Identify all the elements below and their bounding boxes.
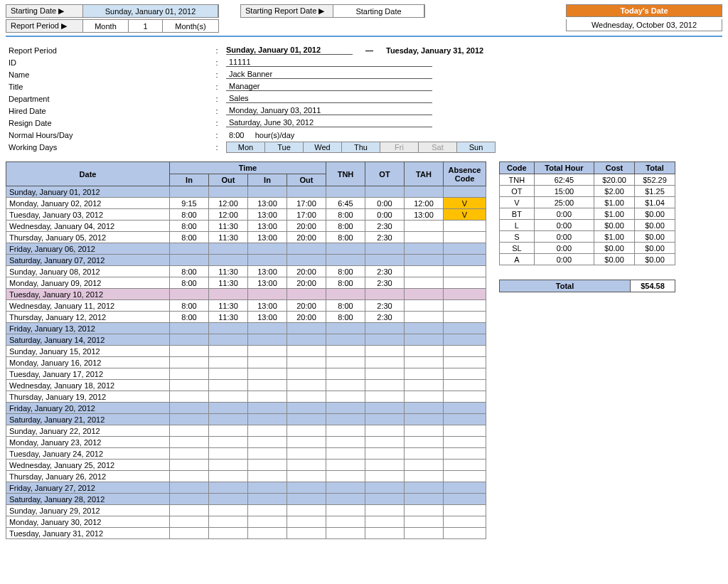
date-cell[interactable]: Sunday, January 22, 2012 <box>6 425 170 437</box>
date-cell[interactable]: Thursday, January 26, 2012 <box>6 471 170 482</box>
day-cell[interactable]: Fri <box>380 142 419 153</box>
time-row: Saturday, January 21, 2012 <box>6 414 486 425</box>
top-bar-row-1: Starting Date ▶ Sunday, January 01, 2012… <box>6 4 722 18</box>
day-cell[interactable]: Wed <box>303 142 342 153</box>
report-period-qty[interactable]: 1 <box>129 20 163 32</box>
day-cell[interactable]: Tue <box>264 142 304 153</box>
date-cell[interactable]: Tuesday, January 03, 2012 <box>6 209 170 221</box>
time-row: Sunday, January 15, 2012 <box>6 346 486 357</box>
date-cell[interactable]: Tuesday, January 17, 2012 <box>6 368 170 380</box>
info-department[interactable]: Sales <box>226 94 432 103</box>
time-row: Wednesday, January 25, 2012 <box>6 460 486 471</box>
time-row: Friday, January 20, 2012 <box>6 403 486 414</box>
day-cell[interactable]: Mon <box>226 142 265 153</box>
right-column: Code Total Hour Cost Total TNH62:45$20.0… <box>499 161 675 292</box>
time-row: Monday, January 30, 2012 <box>6 516 486 528</box>
summary-row: SL0:00$0.00$0.00 <box>500 243 675 254</box>
time-row: Wednesday, January 04, 20128:0011:3013:0… <box>6 221 486 232</box>
summary-row: OT15:00$2.00$1.25 <box>500 186 675 197</box>
summary-row: L0:00$0.00$0.00 <box>500 220 675 231</box>
info-name[interactable]: Jack Banner <box>226 70 432 79</box>
time-row: Tuesday, January 31, 2012 <box>6 528 486 539</box>
date-cell[interactable]: Tuesday, January 10, 2012 <box>6 289 170 300</box>
time-row: Sunday, January 01, 2012 <box>6 186 486 198</box>
time-row: Saturday, January 07, 2012 <box>6 255 486 266</box>
time-row: Thursday, January 12, 20128:0011:3013:00… <box>6 312 486 323</box>
info-id[interactable]: 11111 <box>226 58 432 67</box>
info-report-period-label: Report Period <box>9 46 208 55</box>
date-cell[interactable]: Sunday, January 29, 2012 <box>6 505 170 516</box>
report-period-suffix: Month(s) <box>163 20 218 32</box>
time-row: Thursday, January 19, 2012 <box>6 391 486 403</box>
info-resign[interactable]: Saturday, June 30, 2012 <box>226 118 432 127</box>
time-row: Wednesday, January 11, 20128:0011:3013:0… <box>6 300 486 312</box>
info-block: Report Period : Sunday, January 01, 2012… <box>9 44 722 153</box>
today-label: Today's Date <box>566 4 722 17</box>
date-cell[interactable]: Saturday, January 28, 2012 <box>6 494 170 505</box>
date-cell[interactable]: Monday, January 02, 2012 <box>6 198 170 209</box>
info-report-period-value: Sunday, January 01, 2012 — Tuesday, Janu… <box>226 46 483 55</box>
time-row: Friday, January 27, 2012 <box>6 482 486 494</box>
info-title[interactable]: Manager <box>226 82 432 91</box>
time-row: Tuesday, January 17, 2012 <box>6 368 486 380</box>
time-row: Tuesday, January 24, 2012 <box>6 448 486 460</box>
date-cell[interactable]: Thursday, January 05, 2012 <box>6 232 170 243</box>
report-period-unit[interactable]: Month <box>83 20 129 32</box>
summary-table: Code Total Hour Cost Total TNH62:45$20.0… <box>499 161 675 265</box>
time-row: Sunday, January 29, 2012 <box>6 505 486 516</box>
starting-date-value[interactable]: Sunday, January 01, 2012 <box>83 5 218 17</box>
date-cell[interactable]: Sunday, January 15, 2012 <box>6 346 170 357</box>
day-cell[interactable]: Sun <box>456 142 496 153</box>
top-bar-row-2: Report Period ▶ Month 1 Month(s) Wednesd… <box>6 19 722 33</box>
date-cell[interactable]: Tuesday, January 24, 2012 <box>6 448 170 460</box>
info-hired[interactable]: Monday, January 03, 2011 <box>226 106 432 115</box>
time-row: Sunday, January 22, 2012 <box>6 425 486 437</box>
date-cell[interactable]: Thursday, January 12, 2012 <box>6 312 170 323</box>
time-row: Saturday, January 14, 2012 <box>6 334 486 346</box>
date-cell[interactable]: Monday, January 09, 2012 <box>6 277 170 289</box>
starting-report-date-value[interactable]: Starting Date <box>333 5 424 17</box>
date-cell[interactable]: Monday, January 23, 2012 <box>6 437 170 448</box>
today-value: Wednesday, October 03, 2012 <box>566 19 722 31</box>
date-cell[interactable]: Wednesday, January 18, 2012 <box>6 380 170 391</box>
summary-row: TNH62:45$20.00$52.29 <box>500 174 675 186</box>
today-box: Today's Date <box>566 4 722 18</box>
date-cell[interactable]: Thursday, January 19, 2012 <box>6 391 170 403</box>
date-cell[interactable]: Sunday, January 08, 2012 <box>6 266 170 277</box>
time-table: Date Time TNH OT TAH Absence Code In Out… <box>6 161 486 539</box>
date-cell[interactable]: Wednesday, January 25, 2012 <box>6 460 170 471</box>
working-days: MonTueWedThuFriSatSun <box>226 142 495 153</box>
time-row: Friday, January 13, 2012 <box>6 323 486 334</box>
time-row: Monday, January 16, 2012 <box>6 357 486 368</box>
date-cell[interactable]: Saturday, January 07, 2012 <box>6 255 170 266</box>
time-row: Thursday, January 05, 20128:0011:3013:00… <box>6 232 486 243</box>
time-row: Tuesday, January 10, 2012 <box>6 289 486 300</box>
day-cell[interactable]: Thu <box>341 142 380 153</box>
time-row: Monday, January 02, 20129:1512:0013:0017… <box>6 198 486 209</box>
date-cell[interactable]: Friday, January 20, 2012 <box>6 403 170 414</box>
time-row: Thursday, January 26, 2012 <box>6 471 486 482</box>
date-cell[interactable]: Sunday, January 01, 2012 <box>6 186 170 198</box>
time-row: Tuesday, January 03, 20128:0012:0013:001… <box>6 209 486 221</box>
time-row: Sunday, January 08, 20128:0011:3013:0020… <box>6 266 486 277</box>
date-cell[interactable]: Friday, January 27, 2012 <box>6 482 170 494</box>
date-cell[interactable]: Tuesday, January 31, 2012 <box>6 528 170 539</box>
info-hours[interactable]: 8:00 hour(s)/day <box>226 131 432 139</box>
time-row: Monday, January 23, 2012 <box>6 437 486 448</box>
summary-row: S0:00$1.00$0.00 <box>500 231 675 243</box>
date-cell[interactable]: Saturday, January 21, 2012 <box>6 414 170 425</box>
report-period-label: Report Period ▶ <box>6 20 83 32</box>
time-row: Saturday, January 28, 2012 <box>6 494 486 505</box>
summary-row: BT0:00$1.00$0.00 <box>500 208 675 220</box>
summary-row: A0:00$0.00$0.00 <box>500 254 675 265</box>
summary-row: V25:00$1.00$1.04 <box>500 197 675 208</box>
date-cell[interactable]: Friday, January 06, 2012 <box>6 243 170 255</box>
date-cell[interactable]: Friday, January 13, 2012 <box>6 323 170 334</box>
separator-line <box>6 36 722 37</box>
date-cell[interactable]: Monday, January 16, 2012 <box>6 357 170 368</box>
date-cell[interactable]: Wednesday, January 11, 2012 <box>6 300 170 312</box>
day-cell[interactable]: Sat <box>418 142 457 153</box>
date-cell[interactable]: Monday, January 30, 2012 <box>6 516 170 528</box>
date-cell[interactable]: Wednesday, January 04, 2012 <box>6 221 170 232</box>
date-cell[interactable]: Saturday, January 14, 2012 <box>6 334 170 346</box>
